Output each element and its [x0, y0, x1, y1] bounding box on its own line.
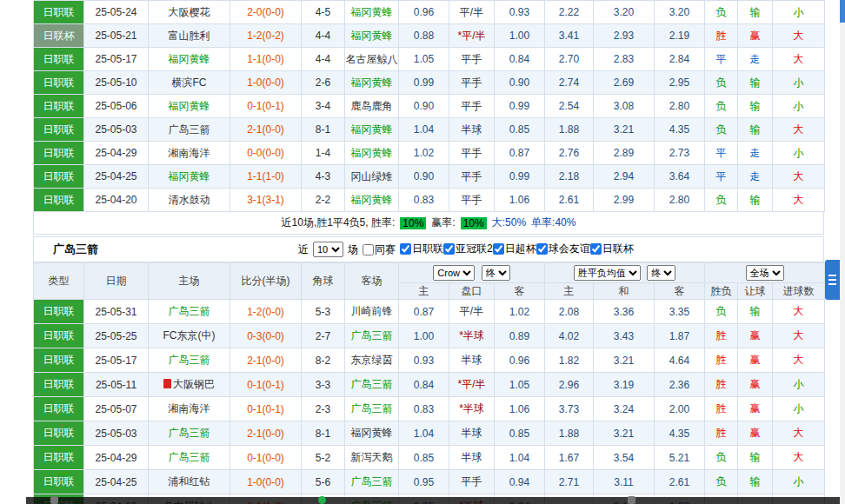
away-team[interactable]: 广岛三箭 [345, 373, 399, 397]
col-header-type: 类型 [34, 263, 84, 300]
near-count-select[interactable]: 10 [313, 242, 343, 257]
away-team[interactable]: 福冈黄蜂 [345, 142, 399, 165]
table-row: 日联杯 25-05-21 富山胜利 1-2(0-2) 4-4 福冈黄蜂 0.88… [34, 24, 825, 48]
eu-away-odds: 2.80 [655, 189, 705, 212]
league-checkbox[interactable] [536, 243, 548, 255]
eu-home-odds: 2.96 [545, 373, 594, 397]
home-team[interactable]: 浦和红钻 [149, 470, 230, 494]
league-checkbox[interactable] [400, 243, 411, 255]
home-team[interactable]: 广岛三箭 [149, 300, 230, 324]
date-cell: 25-05-17 [84, 48, 149, 71]
away-team[interactable]: 冈山绿雉 [345, 165, 399, 189]
home-team[interactable]: 大阪钢巴 [149, 373, 230, 397]
home-team[interactable]: 福冈黄蜂 [149, 95, 230, 118]
ah-home-odds: 0.84 [399, 373, 449, 397]
away-team[interactable]: 福冈黄蜂 [345, 421, 399, 446]
home-team[interactable]: 大阪樱花 [149, 1, 230, 24]
eu-draw-odds: 3.20 [594, 1, 655, 24]
away-team[interactable]: 福冈黄蜂 [345, 24, 399, 48]
ah-win-rate-chip: 10% [461, 217, 487, 229]
ah-odds-group-header: Crow 终 [399, 263, 545, 283]
handicap-result-cell: 走 [738, 165, 773, 189]
away-team[interactable]: 广岛三箭 [345, 324, 399, 348]
ah-line: 平手 [449, 165, 495, 189]
match-result-cell: 负 [705, 470, 738, 494]
goals-result-cell: 大 [773, 48, 825, 71]
match-result-cell: 平 [705, 48, 738, 71]
score-cell: 1-2(0-2) [230, 24, 302, 48]
date-cell: 25-04-29 [84, 446, 149, 470]
ah-home-odds: 1.02 [399, 142, 449, 165]
same-league-filter[interactable]: 同赛 [363, 242, 396, 257]
score-cell: 2-1(0-0) [230, 348, 302, 373]
scrollbar[interactable] [840, 0, 845, 504]
home-team[interactable]: 湘南海洋 [149, 397, 230, 421]
goals-result-cell: 小 [773, 397, 825, 421]
away-team[interactable]: 福冈黄蜂 [345, 189, 399, 212]
home-team[interactable]: 福冈黄蜂 [149, 48, 230, 71]
match-result-cell: 胜 [705, 24, 738, 48]
table-row: 日职联 25-05-11 大阪钢巴 0-1(0-1) 3-3 广岛三箭 0.84… [34, 373, 825, 397]
home-team[interactable]: 广岛三箭 [149, 446, 230, 470]
eu-final-select[interactable]: 终 [647, 265, 675, 281]
date-cell: 25-04-20 [84, 189, 149, 212]
eu-away-odds: 3.35 [655, 300, 705, 324]
away-team[interactable]: 广岛三箭 [345, 397, 399, 421]
bookmaker-select[interactable]: Crow [433, 265, 475, 281]
corners-cell: 2-2 [302, 189, 345, 212]
home-team[interactable]: 富山胜利 [149, 24, 230, 48]
ah-home-odds: 0.83 [399, 397, 449, 421]
away-team[interactable]: 广岛三箭 [345, 470, 399, 494]
eu-avg-select[interactable]: 胜平负均值 [574, 265, 641, 281]
corners-cell: 2-3 [302, 397, 345, 421]
home-team[interactable]: 福冈黄蜂 [149, 165, 230, 189]
eu-away-odds: 4.35 [655, 421, 705, 446]
home-team[interactable]: FC东京(中) [149, 324, 230, 348]
league-filter-4[interactable]: 日联杯 [590, 242, 634, 256]
eu-draw-odds: 3.24 [594, 397, 655, 421]
league-checkbox[interactable] [443, 243, 455, 255]
summary-prefix: 近10场,胜1平4负5, 胜率: [282, 216, 396, 230]
eu-draw-odds: 2.83 [594, 48, 655, 71]
away-team[interactable]: 福冈黄蜂 [345, 71, 399, 95]
away-team[interactable]: 新泻天鹅 [345, 446, 399, 470]
home-team[interactable]: 广岛三箭 [149, 348, 230, 373]
match-result-cell: 负 [705, 71, 738, 95]
floating-side-button[interactable] [825, 260, 840, 300]
scrollbar-thumb[interactable] [840, 0, 845, 23]
league-checkbox[interactable] [590, 243, 602, 255]
home-team[interactable]: 横滨FC [149, 71, 230, 95]
league-filter-3[interactable]: 球会友谊 [536, 242, 590, 256]
away-team[interactable]: 名古屋鲸八 [345, 48, 399, 71]
home-team[interactable]: 湘南海洋 [149, 142, 230, 165]
away-team[interactable]: 福冈黄蜂 [345, 1, 399, 24]
league-label: 球会友谊 [549, 242, 590, 256]
eu-draw-odds: 3.21 [594, 348, 655, 373]
league-cell: 日职联 [34, 1, 84, 24]
league-filter-0[interactable]: 日职联 [400, 242, 443, 256]
handicap-result-cell: 赢 [738, 397, 773, 421]
handicap-result-cell: 输 [738, 95, 773, 118]
league-checkbox[interactable] [493, 243, 504, 255]
ah-final-select[interactable]: 终 [482, 265, 510, 281]
eu-away-odds: 3.64 [655, 165, 705, 189]
ah-away-odds: 1.06 [495, 189, 545, 212]
scope-select[interactable]: 全场 [746, 265, 784, 281]
home-team[interactable]: 广岛三箭 [149, 118, 230, 142]
home-team[interactable]: 清水鼓动 [149, 189, 230, 212]
away-team[interactable]: 福冈黄蜂 [345, 118, 399, 142]
away-team[interactable]: 东京绿茵 [345, 348, 399, 373]
league-label: 亚冠联2 [456, 242, 493, 256]
away-team[interactable]: 鹿岛鹿角 [345, 95, 399, 118]
ah-home-odds: 0.88 [399, 24, 449, 48]
table-row: 日职联 25-05-17 广岛三箭 2-1(0-0) 8-2 东京绿茵 0.93… [34, 348, 825, 373]
eu-home-odds: 4.02 [545, 324, 594, 348]
ah-away-odds: 0.84 [495, 48, 545, 71]
table-row: 日职联 25-04-25 浦和红钻 1-0(0-0) 5-6 广岛三箭 0.95… [34, 470, 825, 494]
league-filter-2[interactable]: 日超杯 [493, 242, 536, 256]
same-league-checkbox[interactable] [363, 244, 374, 255]
corners-cell: 8-1 [302, 421, 345, 446]
league-filter-1[interactable]: 亚冠联2 [443, 242, 493, 256]
away-team[interactable]: 川崎前锋 [345, 300, 399, 324]
home-team[interactable]: 广岛三箭 [149, 421, 230, 446]
